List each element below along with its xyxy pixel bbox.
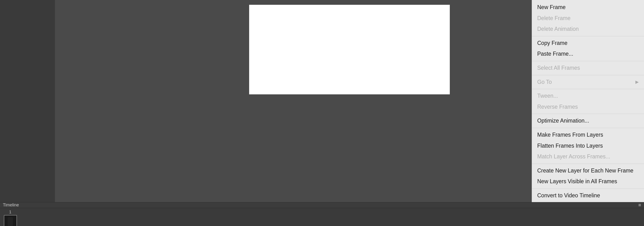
submenu-arrow-icon: ▶ xyxy=(636,80,639,85)
menu-item-label: Convert to Video Timeline xyxy=(537,192,600,199)
menu-item-label: Copy Frame xyxy=(537,40,568,46)
menu-item-create-new-layer[interactable]: Create New Layer for Each New Frame xyxy=(532,165,644,176)
context-menu: New FrameDelete FrameDelete AnimationCop… xyxy=(532,0,644,202)
white-canvas: 11:54 Monday, March 6 xyxy=(249,5,450,94)
frame-number: 1 xyxy=(9,210,12,214)
menu-item-label: Go To xyxy=(537,79,552,86)
menu-item-delete-frame: Delete Frame xyxy=(532,13,644,24)
menu-separator xyxy=(532,188,644,189)
menu-item-go-to: Go To▶ xyxy=(532,77,644,88)
menu-item-label: Make Frames From Layers xyxy=(537,132,603,138)
menu-item-label: Match Layer Across Frames... xyxy=(537,153,610,160)
timeline-panel: Timeline ≡ 1 0 sec. ▾ xyxy=(0,202,644,226)
menu-item-delete-animation: Delete Animation xyxy=(532,24,644,35)
menu-item-label: Tween... xyxy=(537,93,558,100)
menu-item-tween: Tween... xyxy=(532,90,644,102)
menu-item-make-frames-from-layers[interactable]: Make Frames From Layers xyxy=(532,130,644,140)
frame-phone-tiny xyxy=(8,217,13,226)
menu-separator xyxy=(532,164,644,164)
editor-main: 11:54 Monday, March 6 New FrameDelete Fr… xyxy=(55,0,644,202)
menu-item-label: Create New Layer for Each New Frame xyxy=(537,168,634,174)
menu-item-reverse-frames: Reverse Frames xyxy=(532,102,644,112)
menu-item-copy-frame[interactable]: Copy Frame xyxy=(532,38,644,49)
menu-item-label: Optimize Animation... xyxy=(537,118,589,124)
menu-separator xyxy=(532,36,644,36)
frame-image xyxy=(4,215,17,226)
menu-item-label: Delete Frame xyxy=(537,15,570,22)
frame-thumbnail[interactable]: 1 0 sec. ▾ xyxy=(3,210,18,226)
menu-separator xyxy=(532,128,644,128)
canvas-wrapper: 11:54 Monday, March 6 New FrameDelete Fr… xyxy=(55,0,644,202)
menu-separator xyxy=(532,61,644,61)
menu-item-select-all-frames: Select All Frames xyxy=(532,62,644,74)
menu-item-label: Reverse Frames xyxy=(537,104,578,110)
timeline-title: Timeline xyxy=(3,202,19,208)
menu-item-convert-to-video[interactable]: Convert to Video Timeline xyxy=(532,190,644,201)
menu-item-new-layers-visible[interactable]: New Layers Visible in All Frames xyxy=(532,176,644,187)
left-sidebar xyxy=(0,0,55,202)
timeline-content: 1 0 sec. ▾ xyxy=(0,208,644,226)
menu-item-label: Delete Animation xyxy=(537,26,579,32)
menu-separator xyxy=(532,89,644,89)
menu-item-label: Paste Frame... xyxy=(537,51,573,57)
menu-item-paste-frame[interactable]: Paste Frame... xyxy=(532,48,644,60)
timeline-header: Timeline ≡ xyxy=(0,202,644,208)
menu-separator xyxy=(532,114,644,114)
menu-item-match-layer-across-frames: Match Layer Across Frames... xyxy=(532,151,644,162)
menu-item-label: New Layers Visible in All Frames xyxy=(537,178,617,185)
menu-item-optimize-animation[interactable]: Optimize Animation... xyxy=(532,116,644,126)
menu-item-label: Select All Frames xyxy=(537,65,580,72)
timeline-menu-icon[interactable]: ≡ xyxy=(638,202,641,208)
menu-item-label: New Frame xyxy=(537,4,566,11)
menu-item-label: Flatten Frames Into Layers xyxy=(537,142,603,149)
menu-item-flatten-frames-into-layers[interactable]: Flatten Frames Into Layers xyxy=(532,140,644,152)
menu-item-new-frame[interactable]: New Frame xyxy=(532,2,644,13)
menu-separator xyxy=(532,75,644,75)
main-area: 11:54 Monday, March 6 New FrameDelete Fr… xyxy=(0,0,644,202)
